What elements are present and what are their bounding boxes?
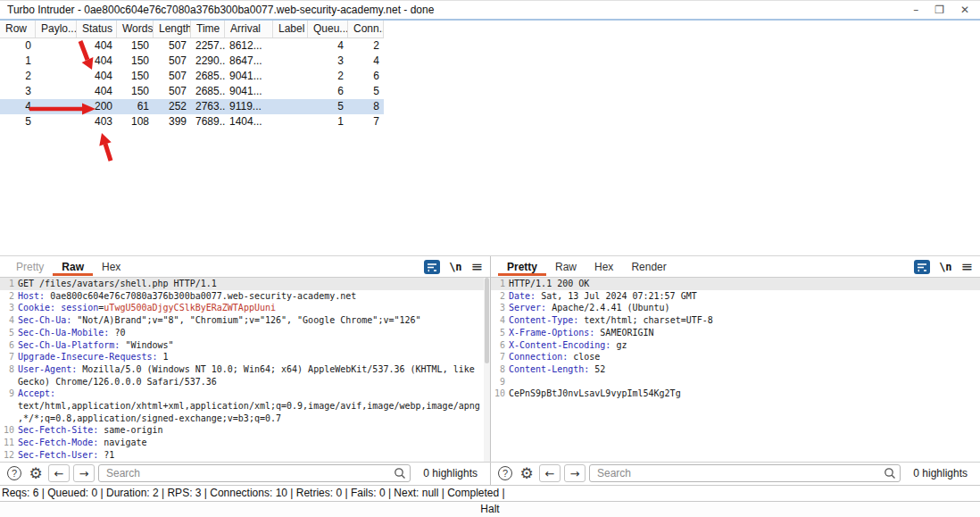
request-search-bar: ? ⚙ ← → 0 highlights	[0, 463, 490, 485]
table-cell: 507	[154, 84, 191, 99]
search-row: ? ⚙ ← → 0 highlights ? ⚙ ← →	[0, 462, 980, 485]
editor-line: 1GET /files/avatars/shell.php HTTP/1.1	[0, 278, 490, 290]
search-settings-gear-icon[interactable]: ⚙	[27, 464, 45, 482]
tab-pretty[interactable]: Pretty	[498, 257, 546, 276]
table-cell: 507	[154, 38, 191, 54]
column-header[interactable]: Conn...	[348, 21, 384, 38]
results-table-section: RowPaylo...StatusWordsLengthTimeArrivalL…	[0, 21, 980, 255]
table-cell	[36, 69, 77, 84]
table-row[interactable]: 34041505072685...9041...65	[0, 84, 384, 99]
table-cell: 1	[0, 54, 36, 69]
response-panel: PrettyRawHexRender \n ≡ 1HTTP/1.1 200 OK…	[490, 256, 980, 462]
table-cell	[273, 114, 308, 129]
column-header[interactable]: Label	[273, 21, 308, 38]
table-cell: 404	[77, 69, 117, 84]
table-cell: 8612...	[225, 38, 273, 54]
table-row[interactable]: 4200612522763...9119...58	[0, 99, 384, 114]
request-tab-icons: \n ≡	[424, 260, 490, 274]
column-header[interactable]: Status	[77, 21, 117, 38]
search-settings-gear-icon[interactable]: ⚙	[518, 464, 536, 482]
wrap-toggle-icon[interactable]	[914, 260, 930, 274]
editor-line: 3Server: Apache/2.4.41 (Ubuntu)	[491, 302, 980, 314]
table-row[interactable]: 04041505072257...8612...42	[0, 38, 384, 54]
request-editor[interactable]: 1GET /files/avatars/shell.php HTTP/1.12H…	[0, 278, 490, 462]
table-cell: 8647...	[225, 54, 273, 69]
tab-pretty[interactable]: Pretty	[7, 257, 53, 276]
tab-raw[interactable]: Raw	[546, 257, 586, 276]
response-editor[interactable]: 1HTTP/1.1 200 OK2Date: Sat, 13 Jul 2024 …	[491, 278, 980, 462]
halt-button[interactable]: Halt	[0, 501, 980, 517]
table-cell: 399	[154, 114, 191, 129]
newline-toggle-icon[interactable]: \n	[939, 261, 951, 273]
close-icon[interactable]: ✕	[960, 2, 969, 18]
request-panel: PrettyRawHex \n ≡ 1GET /files/avatars/sh…	[0, 256, 490, 462]
response-highlight-count: 0 highlights	[904, 467, 975, 479]
table-cell	[273, 84, 308, 99]
response-search-input[interactable]	[597, 467, 884, 479]
help-icon[interactable]: ?	[5, 464, 23, 482]
table-row[interactable]: 14041505072290...8647...34	[0, 54, 384, 69]
table-cell: 5	[348, 84, 384, 99]
request-tab-bar: PrettyRawHex \n ≡	[0, 256, 490, 278]
editor-line: 10CePnS9pBtJ0nvLsavL9vypIml54Kg2Tg	[491, 388, 980, 400]
table-cell: 200	[77, 99, 117, 114]
table-cell	[273, 38, 308, 54]
editor-line: 8Content-Length: 52	[491, 363, 980, 376]
table-cell: 108	[117, 114, 154, 129]
table-cell: 2763...	[191, 99, 225, 114]
editor-line: 5X-Frame-Options: SAMEORIGIN	[491, 327, 980, 339]
editor-line: 4Content-Type: text/html; charset=UTF-8	[491, 314, 980, 327]
request-lines: 1GET /files/avatars/shell.php HTTP/1.12H…	[0, 278, 490, 462]
column-header[interactable]: Arrival	[225, 21, 273, 38]
editor-line: 5Sec-Ch-Ua-Mobile: ?0	[0, 327, 490, 339]
table-row[interactable]: 24041505072685...9041...26	[0, 69, 384, 84]
tab-render[interactable]: Render	[622, 257, 675, 276]
editor-line: 11Sec-Fetch-Mode: navigate	[0, 437, 490, 449]
table-cell: 404	[77, 54, 117, 69]
newline-toggle-icon[interactable]: \n	[449, 261, 461, 273]
table-cell: 1404...	[225, 114, 273, 129]
column-header[interactable]: Length	[154, 21, 191, 38]
column-header[interactable]: Queu...	[308, 21, 348, 38]
editor-line: 8User-Agent: Mozilla/5.0 (Windows NT 10.…	[0, 363, 490, 388]
table-cell: 9041...	[225, 69, 273, 84]
help-icon[interactable]: ?	[496, 464, 514, 482]
panel-menu-icon[interactable]: ≡	[961, 261, 973, 273]
tab-raw[interactable]: Raw	[53, 257, 93, 276]
column-header[interactable]: Paylo...	[36, 21, 77, 38]
tab-hex[interactable]: Hex	[586, 257, 622, 276]
turbo-intruder-window: Turbo Intruder - 0ae800c604e76c7080a376b…	[0, 0, 980, 517]
results-table-header[interactable]: RowPaylo...StatusWordsLengthTimeArrivalL…	[0, 21, 384, 38]
minimize-icon[interactable]: –	[913, 2, 918, 18]
table-cell: 507	[154, 54, 191, 69]
table-cell: 2290...	[191, 54, 225, 69]
request-tabs: PrettyRawHex	[7, 257, 129, 276]
wrap-toggle-icon[interactable]	[424, 260, 440, 274]
halt-button-label: Halt	[480, 503, 499, 515]
panel-menu-icon[interactable]: ≡	[471, 261, 483, 273]
request-search-input[interactable]	[106, 467, 394, 479]
search-icon	[884, 467, 896, 479]
table-cell: 4	[308, 38, 348, 54]
column-header[interactable]: Time	[191, 21, 225, 38]
column-header[interactable]: Words	[117, 21, 154, 38]
table-cell: 2	[0, 69, 36, 84]
response-tab-icons: \n ≡	[914, 260, 980, 274]
search-prev-button[interactable]: ←	[48, 464, 70, 482]
search-next-button[interactable]: →	[564, 464, 586, 482]
editor-line: 7Upgrade-Insecure-Requests: 1	[0, 351, 490, 363]
search-prev-button[interactable]: ←	[539, 464, 561, 482]
table-cell: 5	[308, 99, 348, 114]
editor-line: 6X-Content-Encoding: gz	[491, 339, 980, 352]
table-row[interactable]: 54031083997689...1404...17	[0, 114, 384, 129]
request-scrollbar[interactable]	[484, 278, 490, 462]
search-next-button[interactable]: →	[73, 464, 95, 482]
tab-hex[interactable]: Hex	[93, 257, 129, 276]
column-header[interactable]: Row	[0, 21, 36, 38]
table-cell	[36, 84, 77, 99]
table-cell	[36, 38, 77, 54]
response-lines: 1HTTP/1.1 200 OK2Date: Sat, 13 Jul 2024 …	[491, 278, 980, 400]
status-bar: Reqs: 6 | Queued: 0 | Duration: 2 | RPS:…	[0, 485, 980, 501]
maximize-icon[interactable]: ❐	[934, 2, 944, 18]
table-cell: 150	[117, 54, 154, 69]
